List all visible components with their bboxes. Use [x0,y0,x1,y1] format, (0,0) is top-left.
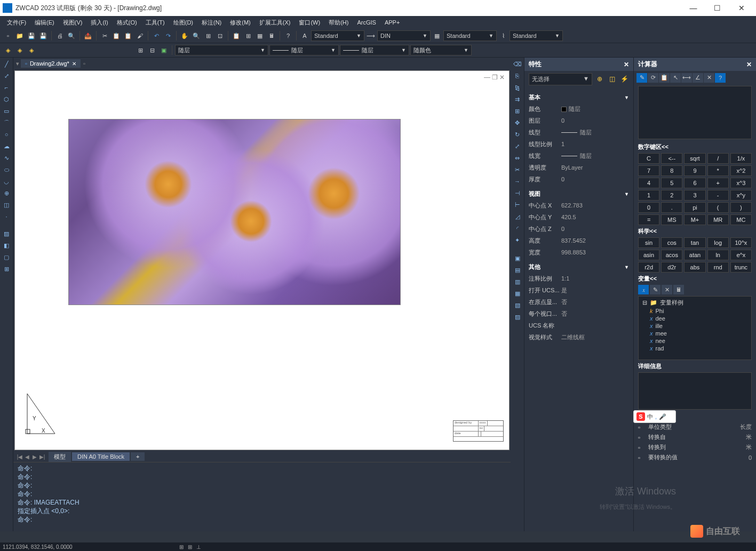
property-row[interactable]: 打开 UCS...是 [529,284,629,296]
calc-button[interactable]: C [638,153,659,164]
property-row[interactable]: 视觉样式二维线框 [529,331,629,343]
table-icon[interactable]: ⊞ [1,263,12,274]
calc-button[interactable]: 8 [661,165,682,176]
viewport-icon[interactable]: ⊞ [135,45,146,55]
vp-minimize-icon[interactable]: — [484,74,490,81]
calc-button[interactable]: 4 [638,178,659,188]
property-row[interactable]: 厚度0 [529,173,629,185]
break-icon[interactable]: ⊣ [512,188,523,198]
layerstate-icon[interactable]: ◈ [14,45,25,55]
menu-draw[interactable]: 绘图(D) [169,17,197,28]
calc-button[interactable]: - [707,190,729,201]
stretch-icon[interactable]: ⇔ [512,153,523,163]
ortho-btn[interactable]: ⊥ [196,544,201,550]
calc-button[interactable]: pi [684,202,705,213]
calc-intersect-icon[interactable]: ✕ [704,73,714,83]
new-tab-icon[interactable]: ▫ [83,60,85,67]
menu-app[interactable]: APP+ [380,18,404,27]
calc-button[interactable]: e^x [730,250,752,260]
polygon-icon[interactable]: ⬡ [1,94,12,105]
calc-button[interactable]: ( [707,202,729,213]
property-row[interactable]: 在原点显...否 [529,296,629,308]
viewport2-icon[interactable]: ⊟ [147,45,157,55]
open-icon[interactable]: 📁 [14,30,25,41]
textstyle-icon[interactable]: A [299,30,310,41]
quickselect-icon[interactable]: ⊕ [595,74,604,84]
property-row[interactable]: 线宽随层 [529,150,629,162]
menu-insert[interactable]: 插入(I) [86,17,112,28]
pan-icon[interactable]: ✋ [179,30,190,41]
menu-tools[interactable]: 工具(T) [141,17,169,28]
calc-button[interactable]: rnd [707,262,729,273]
pline-icon[interactable]: ⌐ [1,82,12,93]
scale-icon[interactable]: ⤢ [512,141,523,151]
calc-button[interactable]: MC [730,214,752,225]
calc-button[interactable]: x^y [730,190,752,201]
draworder6-icon[interactable]: ▨ [512,312,523,322]
calc-button[interactable]: 6 [684,178,705,188]
calc-button[interactable]: / [707,153,729,164]
calc-button[interactable]: cos [661,237,682,248]
unit-row[interactable]: ▫转换到米 [638,442,752,452]
xline-icon[interactable]: ⤢ [1,70,12,81]
calc-button[interactable]: ln [707,250,729,260]
unit-row[interactable]: ▫单位类型长度 [638,422,752,432]
new-icon[interactable]: ▫ [3,30,13,41]
calc-history-icon[interactable]: ⟳ [648,73,658,83]
calc-getdist-icon[interactable]: ⟷ [681,73,692,83]
circle-icon[interactable]: ○ [1,129,12,140]
viewport3-icon[interactable]: ▣ [158,45,169,55]
tablestyle-icon[interactable]: ▦ [432,30,442,41]
calc-button[interactable]: . [661,202,682,213]
calc-button[interactable]: 1 [638,190,659,201]
calc-button[interactable]: tan [684,237,705,248]
mirror-icon[interactable]: ⧎ [512,82,523,93]
linetype-combo[interactable]: 随层▼ [269,45,339,55]
line-icon[interactable]: ╱ [1,59,12,69]
insert-icon[interactable]: ⊕ [1,188,12,198]
point-icon[interactable]: · [1,211,12,222]
save-icon[interactable]: 💾 [26,30,37,41]
menu-modify[interactable]: 修改(M) [226,17,255,28]
calc-button[interactable]: x^2 [730,165,752,176]
tab-close-icon[interactable]: ✕ [72,61,76,67]
menu-help[interactable]: 帮助(H) [324,17,353,28]
chamfer-icon[interactable]: ◿ [512,211,523,222]
calc-button[interactable]: * [707,165,729,176]
matchprop-icon[interactable]: 🖌 [134,30,145,41]
calc-button[interactable]: acos [661,250,682,260]
property-row[interactable]: 每个视口...否 [529,308,629,320]
calc-button[interactable]: MR [707,214,729,225]
lineweight-combo[interactable]: 随层▼ [340,45,409,55]
menu-dimension[interactable]: 标注(N) [197,17,226,28]
join-icon[interactable]: ⊢ [512,199,523,210]
block-icon[interactable]: ◫ [1,199,12,210]
dimstyle-combo[interactable]: DIN▼ [377,30,431,41]
layout-last-icon[interactable]: ▶| [38,454,46,460]
layout-prev-icon[interactable]: ◀ [23,454,31,460]
menu-view[interactable]: 视图(V) [59,17,87,28]
calc-button[interactable]: atan [684,250,705,260]
vp-close-icon[interactable]: ✕ [499,74,505,81]
layermgr-icon[interactable]: ◈ [3,45,13,55]
menu-arcgis[interactable]: ArcGIS [353,18,380,27]
ellipse-icon[interactable]: ⬭ [1,164,12,175]
layerprev-icon[interactable]: ◈ [26,45,37,55]
command-window[interactable]: 命令: 命令: 命令: 命令: 命令: IMAGEATTACH 指定插入点 <0… [13,462,511,531]
color-combo[interactable]: 随颜色▼ [410,45,472,55]
calc-button[interactable]: trunc [730,262,752,273]
variables-tree[interactable]: ⊟📁变量样例 kPhixdeexillexmeexneexrad [638,296,752,360]
calc-button[interactable]: 9 [684,165,705,176]
menu-file[interactable]: 文件(F) [3,17,30,28]
preview-icon[interactable]: 🔍 [66,30,77,41]
calc-button[interactable]: r2d [638,262,659,273]
property-row[interactable]: 中心点 Y420.5 [529,211,629,223]
calc-button[interactable]: 3 [684,190,705,201]
fillet-icon[interactable]: ◜ [512,223,523,234]
var-edit-icon[interactable]: ✎ [650,285,660,294]
property-row[interactable]: 注释比例1:1 [529,273,629,284]
textstyle-combo[interactable]: Standard▼ [311,30,364,41]
property-row[interactable]: 高度837.5452 [529,235,629,246]
copy-icon[interactable]: 📋 [111,30,122,41]
property-row[interactable]: UCS 名称 [529,320,629,331]
